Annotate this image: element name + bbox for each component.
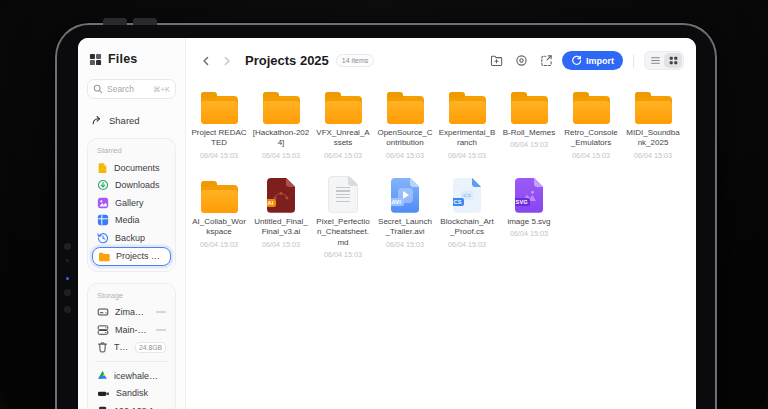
sidebar-item-gallery[interactable]: Gallery [92,194,171,212]
folder-icon [387,96,424,124]
volume-button [133,18,157,25]
file-item[interactable]: [Hackathon-2024]06/04 15:03 [250,84,312,160]
file-date: 06/04 15:03 [634,151,672,160]
starred-panel: Starred DocumentsDownloadsGalleryMediaBa… [87,138,176,272]
app-title: Files [108,52,138,66]
new-folder-icon[interactable] [487,52,505,70]
grid-view-icon[interactable] [664,53,682,68]
file-item[interactable]: Project REDACTED06/04 15:03 [188,84,250,160]
sidebar-item-192-168-10-10[interactable]: 192.168.10.10 [92,402,171,409]
file-item[interactable]: Experimental_Branch06/04 15:03 [436,84,498,160]
sidebar-item-sandisk[interactable]: Sandisk [92,385,171,403]
sidebar: Files Search ⌘+K Shared Starred Document… [78,38,186,409]
file-date: 06/04 15:03 [448,240,486,249]
page-background: Files Search ⌘+K Shared Starred Document… [0,0,768,409]
shared-icon [91,114,103,126]
file-date: 06/04 15:03 [572,151,610,160]
sidebar-item-projects-2025[interactable]: Projects 2025 [92,247,171,266]
sync-icon [571,55,582,66]
folder-icon [201,96,238,124]
file-item[interactable]: OpenSource_Contribution06/04 15:03 [374,84,436,160]
indicator-led [66,277,69,280]
drives-icon [97,324,109,336]
sidebar-item-shared[interactable]: Shared [87,110,176,130]
page-title: Projects 2025 [245,53,329,68]
app-grid-icon[interactable] [89,53,102,66]
media-icon [97,214,109,226]
file-type-badge: AVI [389,198,404,206]
file-date: 06/04 15:03 [262,151,300,160]
file-type-badge: SVG [513,198,530,206]
sidebar-item-backup[interactable]: Backup [92,229,171,247]
file-name: Blockchain_Art_Proof.cs [439,217,496,238]
file-item[interactable]: AIUntitled_Final_Final_v3.ai06/04 15:03 [250,173,312,259]
file-item[interactable]: SVGimage 5.svg06/04 15:03 [498,173,560,259]
search-placeholder: Search [107,84,149,94]
file-date: 06/04 15:03 [386,151,424,160]
sidebar-item-media[interactable]: Media [92,212,171,230]
file-date: 06/04 15:03 [324,151,362,160]
file-name: OpenSource_Contribution [377,128,434,149]
drag-handle-icon[interactable] [156,311,166,313]
search-shortcut: ⌘+K [153,85,170,94]
front-camera-dot [64,289,71,296]
md-file-icon [328,176,358,213]
volume-button [103,18,127,25]
move-out-icon[interactable] [537,52,555,70]
avi-file-icon: AVI [391,178,419,213]
file-name: Experimental_Branch [439,128,496,149]
file-date: 06/04 15:03 [448,151,486,160]
search-input[interactable]: Search ⌘+K [87,79,176,99]
trash-icon [97,341,108,353]
file-name: Project REDACTED [191,128,248,149]
list-view-icon[interactable] [646,53,664,68]
sidebar-item-trash[interactable]: Trash24.8GB [92,339,171,357]
google-drive-icon [97,370,108,381]
folder-icon [511,96,548,124]
shared-label: Shared [109,115,140,126]
folder-icon [98,251,110,262]
file-date: 06/04 15:03 [510,140,548,149]
drag-handle-icon[interactable] [156,329,166,331]
file-item[interactable]: AI_Collab_Workspace06/04 15:03 [188,173,250,259]
folder-icon [635,96,672,124]
file-name: Retro_Console_Emulators [563,128,620,149]
storage-section-label: Storage [97,291,171,300]
nav-forward-button[interactable] [220,54,234,68]
file-item[interactable]: B-Roll_Memes06/04 15:03 [498,84,560,160]
file-item[interactable]: Retro_Console_Emulators06/04 15:03 [560,84,622,160]
trash-size-badge: 24.8GB [135,342,166,353]
sidebar-item-main-storage[interactable]: Main-Storage [92,321,171,339]
file-name: [Hackathon-2024] [253,128,310,149]
item-count-badge: 14 items [336,54,374,67]
file-date: 06/04 15:03 [262,240,300,249]
file-date: 06/04 15:03 [386,240,424,249]
file-name: Pixel_Perfection_Cheatsheet.md [315,217,372,248]
ai-file-icon: AI [267,178,295,213]
file-item[interactable]: VFX_Unreal_Assets06/04 15:03 [312,84,374,160]
file-item[interactable]: <>CSBlockchain_Art_Proof.cs06/04 15:03 [436,173,498,259]
import-button[interactable]: Import [562,51,623,70]
file-name: Secret_Launch_Trailer.avi [377,217,434,238]
sidebar-item-documents[interactable]: Documents [92,159,171,177]
starred-section-label: Starred [97,146,171,155]
file-item[interactable]: Pixel_Perfection_Cheatsheet.md06/04 15:0… [312,173,374,259]
file-date: 06/04 15:03 [200,151,238,160]
file-item[interactable]: MIDI_Soundbank_202506/04 15:03 [622,84,684,160]
file-name: Untitled_Final_Final_v3.ai [253,217,310,238]
file-name: AI_Collab_Workspace [191,217,248,238]
sidebar-item-zimaos-hd[interactable]: ZimaOS HD [92,304,171,322]
divider [633,54,634,68]
backup-icon [97,232,109,244]
sidebar-item-downloads[interactable]: Downloads [92,177,171,195]
file-name: image 5.svg [507,217,550,227]
folder-icon [325,96,362,124]
nas-device-icon [97,405,108,409]
main-content: Projects 2025 14 items Import [186,38,696,409]
status-circle-icon[interactable] [512,52,530,70]
file-item[interactable]: AVISecret_Launch_Trailer.avi06/04 15:03 [374,173,436,259]
nav-back-button[interactable] [199,54,213,68]
sidebar-item-icewhale-gmail-com[interactable]: icewhale@gmail.com [92,367,171,385]
file-date: 06/04 15:03 [510,229,548,238]
download-icon [97,179,109,191]
